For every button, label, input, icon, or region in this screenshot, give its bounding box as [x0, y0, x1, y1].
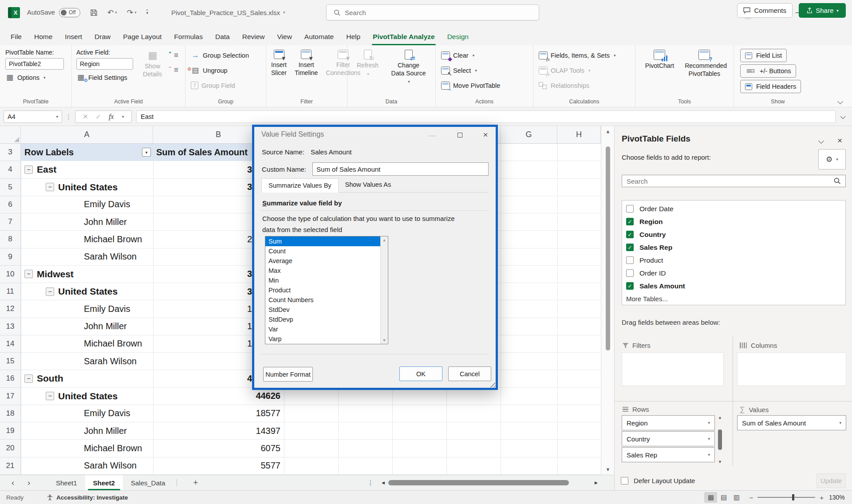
column-header-g[interactable]: G	[501, 126, 557, 143]
row-label-cell[interactable]: Michael Brown	[21, 231, 153, 248]
comments-button[interactable]: Comments	[737, 3, 793, 18]
rows-area-scrollbar[interactable]: ▲▼	[716, 415, 724, 464]
pane-chevron-down-icon[interactable]	[818, 138, 824, 144]
calculation-option[interactable]: StdDevp	[265, 315, 380, 324]
row-label-cell[interactable]: − South	[21, 370, 153, 387]
name-box[interactable]: A4▾	[4, 110, 62, 123]
row-label-cell[interactable]: Sarah Wilson	[21, 248, 153, 265]
next-sheet-icon[interactable]: ›	[28, 478, 30, 488]
plus-minus-buttons-toggle[interactable]: ⊞⊟+/- Buttons	[740, 64, 796, 78]
field-checkbox[interactable]	[626, 244, 634, 251]
tools-button[interactable]: ⚙▾	[818, 149, 846, 169]
scroll-up-icon[interactable]: ▲	[601, 129, 614, 134]
active-field-input[interactable]: Region	[76, 58, 133, 70]
confirm-entry-icon[interactable]: ✓	[96, 113, 102, 121]
collapse-button[interactable]: −	[46, 392, 54, 400]
row-label-cell[interactable]: − United States	[21, 179, 153, 196]
ribbon-tab[interactable]: Draw	[88, 33, 117, 45]
zoom-level[interactable]: 130%	[829, 494, 848, 501]
ungroup-button[interactable]: ▤⊘Ungroup	[191, 65, 260, 76]
row-label-cell[interactable]: Emily Davis	[21, 300, 153, 317]
row-label-cell[interactable]: Sarah Wilson	[21, 353, 153, 370]
page-layout-view-button[interactable]: ▤	[717, 492, 730, 503]
row-label-cell[interactable]: John Miller	[21, 318, 153, 335]
autosave-toggle[interactable]: Off	[59, 8, 80, 17]
filters-drop-zone[interactable]	[622, 352, 724, 386]
field-row[interactable]: Sales Amount	[622, 280, 845, 292]
pane-close-icon[interactable]: ×	[837, 136, 842, 146]
field-row[interactable]: Region	[622, 215, 845, 228]
sheet-tab[interactable]: Sales_Data	[123, 475, 174, 490]
calculation-option[interactable]: Count Numbers	[265, 295, 380, 305]
collapse-button[interactable]: −	[46, 183, 54, 191]
previous-sheet-icon[interactable]: ‹	[12, 478, 14, 488]
calculation-option[interactable]: Sum	[265, 236, 380, 246]
row-label-cell[interactable]: − United States	[21, 388, 153, 405]
recommended-pivottables-button[interactable]: ?Recommended PivotTables	[682, 49, 727, 79]
ribbon-tab[interactable]: View	[271, 33, 298, 45]
calculation-option[interactable]: Count	[265, 246, 380, 256]
value-field-chip[interactable]: Sum of Sales Amount▾	[737, 415, 846, 430]
value-cell[interactable]: 18577	[153, 405, 284, 422]
row-label-cell[interactable]: Emily Davis	[21, 196, 153, 213]
sheet-tab[interactable]: Sheet2	[85, 475, 123, 490]
row-number[interactable]: 10	[0, 266, 21, 283]
number-format-button[interactable]: Number Format	[263, 367, 313, 382]
calculation-option[interactable]: Max	[265, 266, 380, 276]
collapse-button[interactable]: −	[24, 165, 33, 174]
expand-formula-bar-icon[interactable]	[840, 114, 845, 119]
share-button[interactable]: Share ▾	[799, 3, 846, 18]
ribbon-tab[interactable]: Help	[340, 33, 367, 45]
calculation-option[interactable]: Average	[265, 256, 380, 266]
hscroll-right-icon[interactable]: ▶	[595, 480, 598, 485]
row-number[interactable]: 8	[0, 231, 21, 248]
excel-logo-icon[interactable]: X	[8, 7, 20, 18]
row-number[interactable]: 20	[0, 440, 21, 457]
row-number[interactable]: 13	[0, 318, 21, 335]
cancel-entry-icon[interactable]: ✕	[83, 113, 88, 121]
dialog-maximize-button[interactable]	[453, 130, 466, 140]
field-settings-button[interactable]: ▦⚙Field Settings	[76, 72, 133, 83]
sheet-options-icon[interactable]: ⋮	[367, 479, 374, 486]
ok-button[interactable]: OK	[399, 366, 442, 381]
options-button[interactable]: ▦Options▾	[5, 72, 66, 83]
row-label-cell[interactable]: Michael Brown	[21, 440, 153, 457]
row-number[interactable]: 7	[0, 213, 21, 231]
value-cell[interactable]: 14397	[153, 422, 284, 439]
field-row[interactable]: Order ID	[622, 267, 845, 280]
field-checkbox[interactable]	[626, 282, 634, 290]
value-cell[interactable]: 44626	[153, 388, 284, 405]
zoom-slider[interactable]	[757, 497, 815, 498]
filter-dropdown-button[interactable]: ▾	[142, 148, 151, 157]
calculation-listbox[interactable]: Sum Count Average Max Min Product Count …	[265, 236, 388, 344]
fields-search-input[interactable]: Search	[622, 175, 846, 187]
calculation-option[interactable]: Varp	[265, 334, 380, 344]
field-checkbox[interactable]	[626, 205, 634, 213]
redo-button[interactable]: ↷▾	[127, 8, 137, 17]
calculation-option[interactable]: Product	[265, 285, 380, 295]
ribbon-tab[interactable]: Review	[236, 33, 271, 45]
row-label-cell[interactable]: − United States	[21, 283, 153, 300]
search-input[interactable]: Search	[326, 4, 539, 20]
row-number[interactable]: 18	[0, 405, 21, 422]
row-number[interactable]: 4	[0, 161, 21, 178]
defer-layout-checkbox[interactable]	[621, 477, 628, 484]
row-number[interactable]: 16	[0, 370, 21, 387]
field-row[interactable]: Country	[622, 228, 845, 241]
field-headers-toggle[interactable]: Field Headers	[740, 80, 801, 93]
collapse-button[interactable]: −	[24, 270, 33, 278]
calculation-option[interactable]: StdDev	[265, 305, 380, 315]
select-all-corner[interactable]	[0, 126, 21, 143]
save-button[interactable]	[90, 9, 98, 16]
row-number[interactable]: 11	[0, 283, 21, 300]
field-row[interactable]: Sales Rep	[622, 241, 845, 254]
row-label-cell[interactable]: John Miller	[21, 213, 153, 230]
listbox-scrollbar[interactable]: ▲▼	[380, 236, 388, 344]
change-data-source-button[interactable]: ⇄Change Data Source ▾	[388, 49, 429, 86]
value-cell[interactable]: 6075	[153, 440, 284, 457]
row-number[interactable]: 19	[0, 422, 21, 440]
ribbon-tab[interactable]: PivotTable Analyze	[367, 33, 441, 45]
collapse-button[interactable]: −	[46, 287, 54, 296]
formula-input[interactable]: East	[136, 110, 836, 123]
collapse-ribbon-icon[interactable]	[837, 98, 843, 104]
